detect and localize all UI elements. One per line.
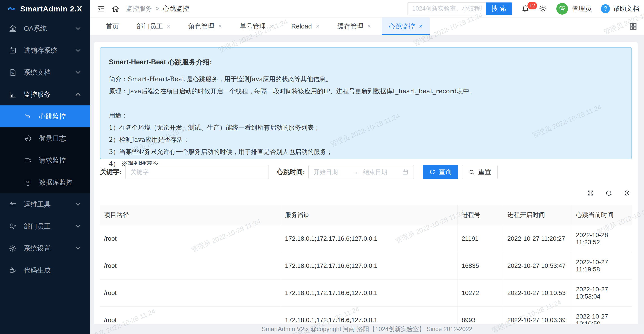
sidebar-item-label: 系统设置: [24, 244, 74, 253]
query-button[interactable]: 查询: [423, 165, 458, 179]
sidebar-item-monitor[interactable]: 监控服务: [0, 84, 90, 105]
table-row: /root 172.18.0.1;172.17.16.6;127.0.0.1 2…: [100, 225, 632, 252]
sidebar-item-label: 进销存系统: [24, 46, 74, 55]
reset-button[interactable]: 重置: [462, 165, 498, 179]
tab-reload[interactable]: Reload ×: [284, 18, 326, 35]
user-menu[interactable]: 管 管理员: [556, 3, 592, 15]
close-icon[interactable]: ×: [419, 23, 422, 30]
chevron-down-icon: [74, 25, 82, 33]
home-icon[interactable]: [112, 5, 120, 13]
sidebar-item-settings[interactable]: 系统设置: [0, 237, 90, 259]
date-range-picker[interactable]: 开始日期 → 结束日期: [308, 165, 414, 179]
cell-project-path: /root: [100, 279, 281, 307]
content-area: Smart-Heart-Beat 心跳服务介绍: 简介：Smart-Heart-…: [90, 36, 644, 334]
close-icon[interactable]: ×: [270, 23, 274, 30]
main-area: 监控服务 > 心跳监控 搜 索 12 管 管理员: [90, 0, 644, 334]
close-icon[interactable]: ×: [368, 23, 371, 30]
column-settings-gear-icon[interactable]: [623, 189, 630, 197]
column-header-process-no: 进程号: [458, 205, 503, 225]
user-name: 管理员: [572, 4, 592, 13]
chevron-down-icon: [74, 222, 82, 230]
sidebar-item-db-monitor[interactable]: SQL 数据库监控: [0, 171, 90, 193]
chevron-down-icon: [74, 244, 82, 252]
app-title: SmartAdmin 2.X: [20, 5, 82, 13]
topbar-right: 搜 索 12 管 管理员 ? 帮助文档: [408, 3, 639, 15]
table-row: /root 172.18.0.1;172.17.16.6;127.0.0.1 1…: [100, 252, 632, 279]
breadcrumb-parent[interactable]: 监控服务: [126, 4, 152, 13]
sidebar-item-docs[interactable]: W 系统文档: [0, 62, 90, 84]
gear-icon[interactable]: [539, 5, 547, 13]
app-logo[interactable]: SmartAdmin 2.X: [0, 0, 90, 18]
help-label: 帮助文档: [613, 4, 639, 13]
tab-department[interactable]: 部门员工 ×: [130, 18, 178, 35]
content-card: Smart-Heart-Beat 心跳服务介绍: 简介：Smart-Heart-…: [94, 42, 638, 334]
sidebar-item-label: 代码生成: [24, 266, 82, 275]
tab-cache[interactable]: 缓存管理 ×: [330, 18, 378, 35]
sidebar-nav: OA系统 ¥ 进销存系统 W 系统文档: [0, 18, 90, 334]
smartadmin-logo-icon: [8, 5, 16, 13]
heartbeat-table: 项目路径 服务器ip 进程号 进程开启时间 心跳当前时间 /root 172.1…: [100, 205, 632, 334]
sidebar-item-request-monitor[interactable]: 请求监控: [0, 149, 90, 171]
heartbeat-icon: [23, 112, 33, 121]
cell-project-path: /root: [100, 225, 281, 252]
collapse-sidebar-icon[interactable]: [97, 5, 105, 13]
intro-line: [109, 97, 623, 110]
login-log-icon: [23, 134, 33, 143]
tab-heartbeat[interactable]: 心跳监控 ×: [382, 18, 430, 35]
cell-server-ip: 172.18.0.1;172.17.16.6;127.0.0.1: [281, 252, 458, 279]
cell-process-no: 16835: [458, 252, 503, 279]
sidebar-item-invoicing[interactable]: ¥ 进销存系统: [0, 40, 90, 62]
tab-layout-grid-icon[interactable]: [629, 22, 637, 31]
refresh-icon[interactable]: [605, 189, 612, 197]
sidebar-item-oa[interactable]: OA系统: [0, 18, 90, 40]
breadcrumb: 监控服务 > 心跳监控: [126, 4, 189, 13]
help-link[interactable]: ? 帮助文档: [601, 4, 639, 13]
cell-process-start-time: 2022-10-27 10:10:53: [503, 279, 572, 307]
global-search-input[interactable]: [408, 3, 486, 15]
sidebar-submenu-monitor: 心跳监控 登录日志 请求监控 SQL: [0, 105, 90, 193]
svg-text:SQL: SQL: [26, 181, 30, 183]
sidebar-item-ops[interactable]: 运维工具: [0, 193, 90, 215]
sidebar-item-label: 数据库监控: [39, 178, 82, 187]
intro-line: 2）检测Java应用是否存活；: [109, 134, 623, 146]
department-icon: [8, 222, 18, 231]
breadcrumb-separator: >: [156, 5, 159, 12]
close-icon[interactable]: ×: [218, 23, 222, 30]
notification-bell-icon[interactable]: 12: [522, 5, 530, 13]
footer: SmartAdmin V2.x @copyright 河南·洛阳【1024创新实…: [90, 324, 644, 334]
tab-roles[interactable]: 角色管理 ×: [181, 18, 229, 35]
search-button[interactable]: 搜 索: [486, 3, 512, 15]
intro-line: 1）在各个环境（无论开发、测试、生产）能统一看到所有启动的服务列表；: [109, 122, 623, 134]
request-monitor-icon: [23, 156, 33, 165]
sidebar-item-label: 运维工具: [24, 200, 74, 209]
sidebar-item-heartbeat[interactable]: 心跳监控: [0, 105, 90, 127]
settings-icon: [8, 244, 18, 253]
chevron-down-icon: [74, 68, 82, 77]
column-header-server-ip: 服务器ip: [281, 205, 458, 225]
close-icon[interactable]: ×: [316, 23, 320, 30]
tab-home[interactable]: 首页: [99, 18, 126, 35]
code-gen-icon: [8, 266, 18, 275]
topbar: 监控服务 > 心跳监控 搜 索 12 管 管理员: [90, 0, 644, 18]
column-header-project-path: 项目路径: [100, 205, 281, 225]
fullscreen-icon[interactable]: [587, 189, 594, 197]
inventory-icon: ¥: [8, 46, 18, 55]
close-icon[interactable]: ×: [167, 23, 170, 30]
date-end-placeholder[interactable]: 结束日期: [363, 168, 398, 176]
keyword-input[interactable]: [125, 165, 269, 179]
sidebar-item-label: 请求监控: [39, 156, 82, 165]
cell-heartbeat-time: 2022-10-28 11:23:52: [572, 225, 632, 252]
column-header-process-start-time: 进程开启时间: [503, 205, 572, 225]
sidebar-item-department[interactable]: 部门员工: [0, 215, 90, 237]
cell-process-start-time: 2022-10-27 10:53:47: [503, 252, 572, 279]
tab-serial-number[interactable]: 单号管理 ×: [233, 18, 281, 35]
chevron-down-icon: [74, 47, 82, 55]
sidebar-item-codegen[interactable]: 代码生成: [0, 259, 90, 281]
sidebar-item-label: 部门员工: [24, 222, 74, 231]
sidebar: SmartAdmin 2.X OA系统 ¥ 进销存系统: [0, 0, 90, 334]
date-start-placeholder[interactable]: 开始日期: [314, 168, 348, 176]
sidebar-item-login-log[interactable]: 登录日志: [0, 127, 90, 149]
cell-process-no: 21191: [458, 225, 503, 252]
chevron-up-icon: [74, 90, 82, 99]
table-row: /root 172.18.0.1;172.17.16.6;127.0.0.1 1…: [100, 279, 632, 307]
